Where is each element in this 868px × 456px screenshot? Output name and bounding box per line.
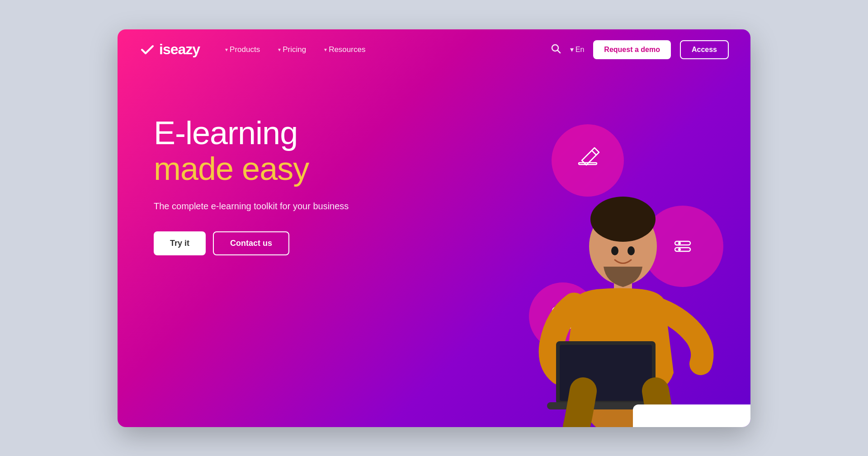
nav-products[interactable]: ▾ Products: [218, 42, 267, 58]
language-selector[interactable]: ▾ En: [570, 45, 585, 54]
nav-resources-label: Resources: [329, 45, 365, 54]
products-arrow-icon: ▾: [225, 47, 228, 53]
try-it-button[interactable]: Try it: [154, 231, 206, 255]
nav-pricing-label: Pricing: [283, 45, 306, 54]
hero-heading-line1: E-learning: [154, 115, 349, 151]
bottom-card-hint: [633, 404, 750, 427]
hero-content: E-learning made easy The complete e-lear…: [118, 70, 750, 427]
nav-products-label: Products: [230, 45, 260, 54]
hero-visual: [443, 70, 750, 427]
nav-resources[interactable]: ▾ Resources: [317, 42, 373, 58]
contact-us-button[interactable]: Contact us: [213, 231, 289, 255]
svg-line-1: [557, 50, 560, 53]
browser-window: iseazy ▾ Products ▾ Pricing ▾ Resources: [118, 29, 750, 427]
hero-text: E-learning made easy The complete e-lear…: [154, 97, 349, 255]
nav-links: ▾ Products ▾ Pricing ▾ Resources: [218, 42, 550, 58]
access-button[interactable]: Access: [680, 40, 729, 59]
logo-text: iseazy: [159, 41, 200, 58]
hero-section: iseazy ▾ Products ▾ Pricing ▾ Resources: [118, 29, 750, 427]
logo: iseazy: [139, 41, 200, 58]
hero-subtitle: The complete e-learning toolkit for your…: [154, 201, 349, 212]
hero-heading-line2: made easy: [154, 151, 349, 187]
nav-right: ▾ En Request a demo Access: [550, 40, 729, 59]
hero-buttons: Try it Contact us: [154, 231, 349, 255]
lang-arrow-icon: ▾: [570, 45, 574, 54]
svg-point-11: [590, 197, 656, 242]
pricing-arrow-icon: ▾: [278, 47, 281, 53]
navbar: iseazy ▾ Products ▾ Pricing ▾ Resources: [118, 29, 750, 70]
svg-point-16: [611, 246, 618, 255]
request-demo-button[interactable]: Request a demo: [593, 40, 671, 59]
resources-arrow-icon: ▾: [324, 47, 327, 53]
nav-pricing[interactable]: ▾ Pricing: [271, 42, 313, 58]
lang-label: En: [576, 46, 585, 54]
hero-person-image: [524, 111, 714, 427]
svg-point-17: [627, 246, 635, 255]
search-icon[interactable]: [550, 43, 561, 56]
logo-check-icon: [139, 42, 156, 58]
